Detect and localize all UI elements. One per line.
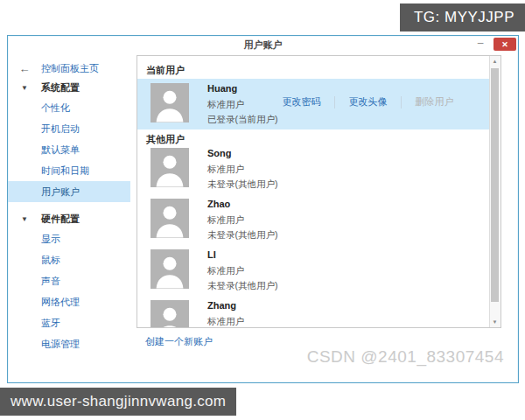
user-role: 标准用户 bbox=[207, 265, 244, 277]
sidebar-item-network-proxy[interactable]: 网络代理 bbox=[8, 291, 130, 312]
sidebar-item-default-menu[interactable]: 默认菜单 bbox=[8, 139, 130, 160]
sidebar-item-sound[interactable]: 声音 bbox=[8, 270, 130, 291]
user-status: 未登录(其他用户) bbox=[207, 280, 278, 292]
person-icon bbox=[150, 83, 189, 122]
sidebar-item-personalization[interactable]: 个性化 bbox=[8, 97, 130, 118]
user-name: LI bbox=[207, 249, 216, 260]
user-role: 标准用户 bbox=[207, 164, 244, 176]
sidebar-section-hardware-config[interactable]: ▼ 硬件配置 bbox=[8, 209, 130, 228]
sidebar-section-system-config[interactable]: ▼ 系统配置 bbox=[8, 78, 130, 97]
avatar bbox=[150, 148, 189, 187]
section-label: 系统配置 bbox=[41, 81, 80, 94]
tg-badge: TG: MYYJJPP bbox=[400, 4, 525, 32]
user-role: 标准用户 bbox=[207, 316, 244, 328]
user-role: 标准用户 bbox=[207, 99, 244, 111]
main-content: 当前用户 Huang 标准用户 已登录(当前用户) 更改密码 bbox=[130, 53, 518, 382]
watermark: CSDN @2401_83307454 bbox=[307, 347, 504, 367]
sidebar-item-mouse[interactable]: 鼠标 bbox=[8, 249, 130, 270]
user-row[interactable]: LI 标准用户 未登录(其他用户) bbox=[137, 245, 489, 296]
create-new-account-link[interactable]: 创建一个新账户 bbox=[145, 335, 213, 348]
change-avatar-button[interactable]: 更改头像 bbox=[335, 95, 401, 108]
user-name: Huang bbox=[207, 83, 237, 94]
person-icon bbox=[150, 249, 189, 289]
user-role: 标准用户 bbox=[207, 214, 244, 227]
user-status: 未登录(其他用户) bbox=[207, 229, 278, 242]
user-actions: 更改密码 更改头像 删除用户 bbox=[269, 95, 467, 108]
section-label: 硬件配置 bbox=[41, 213, 80, 226]
sidebar-item-control-panel-home[interactable]: ← 控制面板主页 bbox=[8, 59, 130, 78]
person-icon bbox=[150, 199, 189, 238]
window-title: 用户账户 bbox=[8, 36, 518, 53]
scrollbar-up-icon[interactable]: ▲ bbox=[490, 56, 500, 66]
sidebar-item-user-accounts[interactable]: 用户账户 bbox=[8, 181, 130, 202]
avatar bbox=[150, 199, 189, 238]
person-icon bbox=[150, 300, 189, 328]
user-row[interactable]: Song 标准用户 未登录(其他用户) bbox=[137, 144, 489, 194]
user-list-panel: 当前用户 Huang 标准用户 已登录(当前用户) 更改密码 bbox=[136, 55, 501, 328]
delete-user-button: 删除用户 bbox=[402, 95, 467, 108]
user-row[interactable]: Zhang 标准用户 bbox=[137, 296, 489, 328]
user-status: 未登录(其他用户) bbox=[207, 178, 278, 191]
back-arrow-icon[interactable]: ← bbox=[8, 62, 41, 75]
user-row-current[interactable]: Huang 标准用户 已登录(当前用户) 更改密码 更改头像 删除用户 bbox=[137, 79, 489, 130]
sidebar-item-display[interactable]: 显示 bbox=[8, 228, 130, 249]
avatar bbox=[150, 249, 189, 289]
sidebar: ← 控制面板主页 ▼ 系统配置 个性化 开机启动 默认菜单 时间和日期 用户账户… bbox=[8, 53, 130, 382]
user-name: Song bbox=[207, 148, 232, 158]
user-row[interactable]: Zhao 标准用户 未登录(其他用户) bbox=[137, 194, 489, 245]
sidebar-item-bluetooth[interactable]: 蓝牙 bbox=[8, 312, 130, 333]
scrollbar[interactable]: ▲ ▼ bbox=[489, 56, 500, 327]
close-button[interactable]: ✕ bbox=[494, 38, 516, 51]
sidebar-item-startup[interactable]: 开机启动 bbox=[8, 118, 130, 139]
user-status: 已登录(当前用户) bbox=[207, 114, 278, 126]
sidebar-item-power-management[interactable]: 电源管理 bbox=[8, 333, 130, 354]
titlebar: 用户账户 – ✕ bbox=[8, 36, 518, 53]
chevron-down-icon: ▼ bbox=[8, 215, 41, 223]
change-password-button[interactable]: 更改密码 bbox=[269, 95, 334, 108]
chevron-down-icon: ▼ bbox=[8, 84, 41, 92]
sidebar-home-label: 控制面板主页 bbox=[41, 62, 99, 75]
avatar bbox=[150, 83, 189, 122]
user-accounts-window: 用户账户 – ✕ ← 控制面板主页 ▼ 系统配置 个性化 开机启动 默认菜单 时… bbox=[7, 35, 519, 383]
user-name: Zhao bbox=[207, 199, 230, 209]
scrollbar-down-icon[interactable]: ▼ bbox=[490, 317, 500, 327]
current-user-header: 当前用户 bbox=[146, 64, 185, 77]
scrollbar-thumb[interactable] bbox=[491, 68, 499, 302]
bottom-url-bar: www.user-shangjinnvwang.com bbox=[0, 388, 236, 416]
avatar bbox=[150, 300, 189, 328]
user-name: Zhang bbox=[207, 300, 236, 311]
person-icon bbox=[150, 148, 189, 187]
sidebar-item-time-date[interactable]: 时间和日期 bbox=[8, 160, 130, 181]
minimize-button[interactable]: – bbox=[472, 37, 488, 51]
